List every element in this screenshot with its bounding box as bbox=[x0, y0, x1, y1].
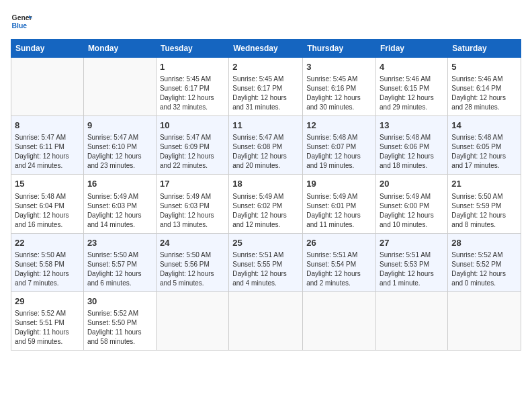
day-header-thursday: Thursday bbox=[303, 40, 376, 58]
calendar-cell: 27Sunrise: 5:51 AMSunset: 5:53 PMDayligh… bbox=[376, 233, 448, 291]
logo: General Blue bbox=[11, 11, 32, 32]
day-number: 13 bbox=[380, 120, 444, 132]
calendar-cell: 5Sunrise: 5:46 AMSunset: 6:14 PMDaylight… bbox=[448, 58, 521, 116]
calendar-cell: 20Sunrise: 5:49 AMSunset: 6:00 PMDayligh… bbox=[376, 175, 448, 233]
day-number: 26 bbox=[306, 237, 372, 249]
svg-text:Blue: Blue bbox=[12, 22, 28, 30]
calendar-cell: 15Sunrise: 5:48 AMSunset: 6:04 PMDayligh… bbox=[11, 175, 84, 233]
calendar-cell: 18Sunrise: 5:49 AMSunset: 6:02 PMDayligh… bbox=[229, 175, 303, 233]
day-number: 11 bbox=[232, 120, 299, 132]
day-number: 8 bbox=[15, 120, 80, 132]
day-number: 24 bbox=[160, 237, 225, 249]
day-header-sunday: Sunday bbox=[11, 40, 84, 58]
calendar-cell: 11Sunrise: 5:47 AMSunset: 6:08 PMDayligh… bbox=[229, 116, 303, 175]
calendar-cell: 3Sunrise: 5:45 AMSunset: 6:16 PMDaylight… bbox=[303, 58, 376, 116]
calendar-cell: 1Sunrise: 5:45 AMSunset: 6:17 PMDaylight… bbox=[156, 58, 228, 116]
calendar-cell bbox=[83, 58, 156, 116]
calendar-cell bbox=[376, 291, 448, 350]
calendar-cell: 14Sunrise: 5:48 AMSunset: 6:05 PMDayligh… bbox=[448, 116, 521, 175]
calendar-table: SundayMondayTuesdayWednesdayThursdayFrid… bbox=[11, 39, 521, 351]
calendar-cell: 22Sunrise: 5:50 AMSunset: 5:58 PMDayligh… bbox=[11, 233, 84, 291]
day-number: 21 bbox=[451, 178, 517, 190]
calendar-cell: 12Sunrise: 5:48 AMSunset: 6:07 PMDayligh… bbox=[303, 116, 376, 175]
calendar-week-2: 8Sunrise: 5:47 AMSunset: 6:11 PMDaylight… bbox=[11, 116, 521, 175]
calendar-cell: 28Sunrise: 5:52 AMSunset: 5:52 PMDayligh… bbox=[448, 233, 521, 291]
day-number: 18 bbox=[232, 178, 299, 190]
calendar-cell: 29Sunrise: 5:52 AMSunset: 5:51 PMDayligh… bbox=[11, 291, 84, 350]
calendar-cell: 17Sunrise: 5:49 AMSunset: 6:03 PMDayligh… bbox=[156, 175, 228, 233]
calendar-cell: 16Sunrise: 5:49 AMSunset: 6:03 PMDayligh… bbox=[83, 175, 156, 233]
day-number: 19 bbox=[306, 178, 372, 190]
day-number: 30 bbox=[87, 295, 152, 308]
day-number: 12 bbox=[306, 120, 372, 132]
calendar-cell: 2Sunrise: 5:45 AMSunset: 6:17 PMDaylight… bbox=[229, 58, 303, 116]
day-number: 29 bbox=[15, 295, 80, 308]
calendar-cell: 9Sunrise: 5:47 AMSunset: 6:10 PMDaylight… bbox=[83, 116, 156, 175]
day-number: 9 bbox=[87, 120, 152, 132]
calendar-cell bbox=[156, 291, 228, 350]
calendar-cell: 8Sunrise: 5:47 AMSunset: 6:11 PMDaylight… bbox=[11, 116, 84, 175]
day-header-tuesday: Tuesday bbox=[156, 40, 228, 58]
day-header-friday: Friday bbox=[376, 40, 448, 58]
day-number: 1 bbox=[160, 61, 225, 73]
day-number: 5 bbox=[451, 61, 517, 73]
day-number: 23 bbox=[87, 237, 152, 249]
calendar-cell: 10Sunrise: 5:47 AMSunset: 6:09 PMDayligh… bbox=[156, 116, 228, 175]
day-header-monday: Monday bbox=[83, 40, 156, 58]
day-number: 2 bbox=[232, 61, 299, 73]
calendar-cell: 25Sunrise: 5:51 AMSunset: 5:55 PMDayligh… bbox=[229, 233, 303, 291]
calendar-cell: 26Sunrise: 5:51 AMSunset: 5:54 PMDayligh… bbox=[303, 233, 376, 291]
calendar-cell: 23Sunrise: 5:50 AMSunset: 5:57 PMDayligh… bbox=[83, 233, 156, 291]
calendar-cell bbox=[229, 291, 303, 350]
page-header: General Blue bbox=[11, 11, 521, 32]
day-number: 22 bbox=[15, 237, 80, 249]
day-number: 10 bbox=[160, 120, 225, 132]
calendar-cell bbox=[11, 58, 84, 116]
day-number: 17 bbox=[160, 178, 225, 190]
day-number: 3 bbox=[306, 61, 372, 73]
day-number: 25 bbox=[232, 237, 299, 249]
day-header-saturday: Saturday bbox=[448, 40, 521, 58]
calendar-cell: 4Sunrise: 5:46 AMSunset: 6:15 PMDaylight… bbox=[376, 58, 448, 116]
day-number: 20 bbox=[380, 178, 444, 190]
calendar-week-3: 15Sunrise: 5:48 AMSunset: 6:04 PMDayligh… bbox=[11, 175, 521, 233]
logo-icon: General Blue bbox=[11, 11, 32, 32]
day-number: 28 bbox=[451, 237, 517, 249]
calendar-week-4: 22Sunrise: 5:50 AMSunset: 5:58 PMDayligh… bbox=[11, 233, 521, 291]
calendar-week-1: 1Sunrise: 5:45 AMSunset: 6:17 PMDaylight… bbox=[11, 58, 521, 116]
day-number: 14 bbox=[451, 120, 517, 132]
day-number: 16 bbox=[87, 178, 152, 190]
day-number: 27 bbox=[380, 237, 444, 249]
calendar-cell: 30Sunrise: 5:52 AMSunset: 5:50 PMDayligh… bbox=[83, 291, 156, 350]
calendar-week-5: 29Sunrise: 5:52 AMSunset: 5:51 PMDayligh… bbox=[11, 291, 521, 350]
calendar-cell bbox=[303, 291, 376, 350]
calendar-cell: 21Sunrise: 5:50 AMSunset: 5:59 PMDayligh… bbox=[448, 175, 521, 233]
calendar-header-row: SundayMondayTuesdayWednesdayThursdayFrid… bbox=[11, 40, 521, 58]
day-header-wednesday: Wednesday bbox=[229, 40, 303, 58]
day-number: 4 bbox=[380, 61, 444, 73]
calendar-cell bbox=[448, 291, 521, 350]
calendar-cell: 13Sunrise: 5:48 AMSunset: 6:06 PMDayligh… bbox=[376, 116, 448, 175]
calendar-cell: 19Sunrise: 5:49 AMSunset: 6:01 PMDayligh… bbox=[303, 175, 376, 233]
calendar-body: 1Sunrise: 5:45 AMSunset: 6:17 PMDaylight… bbox=[11, 58, 521, 351]
day-number: 15 bbox=[15, 178, 80, 190]
calendar-cell: 24Sunrise: 5:50 AMSunset: 5:56 PMDayligh… bbox=[156, 233, 228, 291]
